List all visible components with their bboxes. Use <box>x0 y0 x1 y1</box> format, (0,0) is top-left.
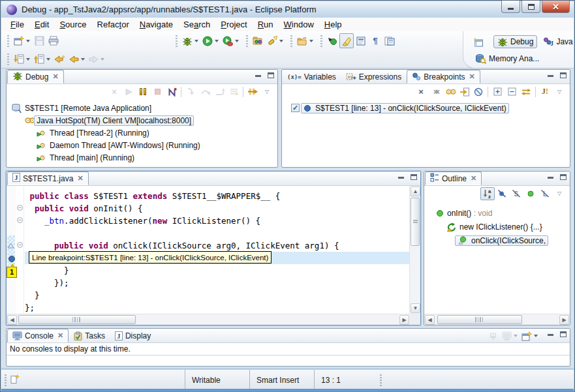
folding-ruler[interactable]: −−− <box>16 186 24 314</box>
instruction-stepping-button[interactable] <box>226 85 241 98</box>
menu-refactor[interactable]: Refactor <box>92 18 134 31</box>
tab-variables[interactable]: (x)=Variables <box>283 70 341 83</box>
perspective-java[interactable]: JJava <box>539 35 575 49</box>
show-qualified-names-button[interactable]: J! <box>538 85 552 98</box>
show-selected-element-button[interactable] <box>354 33 368 48</box>
code-line[interactable]: } <box>25 289 409 301</box>
dropdown-arrow-icon[interactable] <box>514 335 518 337</box>
show-supported-breakpoints-button[interactable]: ⚙⚙ <box>443 85 457 98</box>
dropdown-arrow-icon[interactable] <box>81 58 85 61</box>
scroll-down-icon[interactable]: ▼ <box>411 303 420 313</box>
code-line[interactable]: } <box>25 264 409 277</box>
code-line[interactable] <box>25 227 409 239</box>
print-button[interactable] <box>46 33 61 48</box>
collapse-all-button[interactable] <box>505 85 519 98</box>
suspend-button[interactable] <box>136 85 150 98</box>
scrollbar-thumb[interactable] <box>411 198 420 246</box>
fast-view-icon[interactable] <box>10 374 20 387</box>
maximize-view-button[interactable] <box>409 174 418 181</box>
code-line[interactable]: }); <box>25 277 409 289</box>
minimize-button[interactable] <box>501 1 520 13</box>
menu-navigate[interactable]: Navigate <box>134 18 178 31</box>
code-area[interactable]: public class S$TEST1 extends S$TEST1__$W… <box>25 186 409 314</box>
code-line[interactable]: public void onInit() { <box>25 202 409 215</box>
code-line[interactable]: }; <box>25 301 409 314</box>
debug-tree-item[interactable]: ⚙Thread [Thread-2] (Running) <box>7 127 277 139</box>
close-icon[interactable]: ✕ <box>52 72 58 81</box>
menu-project[interactable]: Project <box>215 18 252 31</box>
open-type-button[interactable] <box>251 33 265 48</box>
perspective-debug[interactable]: Debug <box>493 35 537 48</box>
outline-item[interactable]: onClick(IClickSource, <box>424 234 570 247</box>
maximize-button[interactable] <box>521 1 540 13</box>
scrollbar-thumb[interactable] <box>18 315 136 324</box>
sort-button[interactable]: az <box>480 187 495 200</box>
format-source-button[interactable] <box>382 33 397 48</box>
collapse-fold-icon[interactable]: − <box>17 205 23 211</box>
minimize-view-button[interactable] <box>254 72 262 80</box>
open-perspective-button[interactable] <box>471 35 486 50</box>
breakpoint-checkbox[interactable]: ✓ <box>291 104 300 112</box>
hide-fields-button[interactable] <box>495 187 509 200</box>
tab-editor-file[interactable]: J S$TEST1.java ✕ <box>7 172 89 185</box>
dropdown-arrow-icon[interactable] <box>194 40 198 42</box>
horizontal-scrollbar[interactable]: ◀ ▶ <box>7 314 410 325</box>
last-edit-location-button[interactable] <box>52 52 67 67</box>
open-resource-button[interactable] <box>295 33 315 48</box>
dropdown-arrow-icon[interactable] <box>534 335 538 337</box>
skip-all-breakpoints-button[interactable] <box>471 85 486 98</box>
mark-occurrences-button[interactable] <box>339 33 354 48</box>
dropdown-arrow-icon[interactable] <box>279 40 283 42</box>
next-annotation-toggle-button[interactable] <box>325 33 339 48</box>
open-console-button[interactable] <box>520 329 540 344</box>
menu-window[interactable]: Window <box>279 18 319 31</box>
collapse-fold-icon[interactable]: − <box>17 217 23 223</box>
link-with-debug-view-button[interactable] <box>519 85 533 98</box>
tab-tasks[interactable]: Tasks <box>69 329 110 342</box>
minimize-view-button[interactable] <box>546 331 555 339</box>
title-bar[interactable]: Debug - app_TstJava2/appsrc/app/runnable… <box>1 1 574 18</box>
dropdown-arrow-icon[interactable] <box>235 40 239 42</box>
scrollbar-thumb[interactable] <box>437 315 522 324</box>
go-to-file-button[interactable] <box>457 85 471 98</box>
view-menu-button[interactable]: ▽ <box>552 187 567 200</box>
menu-source[interactable]: Source <box>54 18 91 31</box>
disconnect-button[interactable] <box>164 85 179 98</box>
close-icon[interactable]: ✕ <box>469 72 475 81</box>
close-button[interactable]: ✕ <box>542 1 570 13</box>
minimize-view-button[interactable] <box>546 72 555 80</box>
scroll-up-icon[interactable]: ▲ <box>411 187 420 196</box>
resume-button[interactable] <box>121 85 136 98</box>
dropdown-arrow-icon[interactable] <box>46 58 50 61</box>
back-button[interactable] <box>67 52 87 67</box>
tab-debug[interactable]: Debug ✕ <box>7 70 64 83</box>
new-wizard-button[interactable] <box>12 33 32 48</box>
code-line[interactable]: public class S$TEST1 extends S$TEST1__$W… <box>25 190 409 202</box>
code-line[interactable]: _btn.addClickListener(new IClickListener… <box>25 215 409 227</box>
search-button[interactable] <box>265 33 285 48</box>
remove-breakpoint-button[interactable]: × <box>414 85 428 98</box>
close-icon[interactable]: ✕ <box>471 174 476 183</box>
menu-help[interactable]: Help <box>319 18 347 31</box>
code-line[interactable]: public void onClick(IClickSource arg0, I… <box>25 239 409 252</box>
step-over-button[interactable] <box>198 85 212 98</box>
dropdown-arrow-icon[interactable] <box>26 58 30 61</box>
debug-tree-item[interactable]: ⚙Daemon Thread [AWT-Windows] (Running) <box>7 139 277 151</box>
menu-file[interactable]: File <box>5 18 29 31</box>
view-menu-button[interactable]: ▽ <box>552 85 567 98</box>
maximize-view-button[interactable] <box>559 72 567 80</box>
dropdown-arrow-icon[interactable] <box>26 40 30 42</box>
maximize-view-button[interactable] <box>559 331 567 339</box>
run-last-launch-button[interactable] <box>221 33 241 48</box>
menu-run[interactable]: Run <box>253 18 279 31</box>
next-annotation-button[interactable] <box>12 52 32 67</box>
terminate-button[interactable] <box>150 85 164 98</box>
save-button[interactable] <box>32 33 46 48</box>
hide-local-types-button[interactable]: L <box>538 187 552 200</box>
tab-expressions[interactable]: xyExpressions <box>341 70 406 83</box>
show-whitespace-button[interactable]: ¶ <box>368 33 382 48</box>
tab-display[interactable]: JDisplay <box>110 329 155 342</box>
hide-non-public-members-button[interactable] <box>523 187 538 200</box>
view-menu-button[interactable]: ▽ <box>260 85 274 98</box>
pin-console-button[interactable] <box>486 329 500 344</box>
